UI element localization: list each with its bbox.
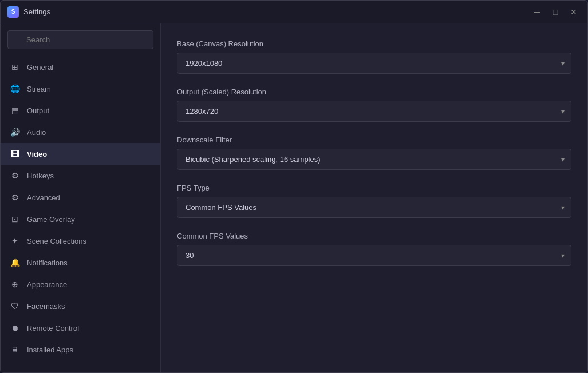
sidebar-item-installed-apps[interactable]: 🖥Installed Apps [1, 339, 160, 360]
setting-label-common-fps: Common FPS Values [177, 232, 571, 240]
setting-group-common-fps: Common FPS Values306024254850120▾ [177, 232, 571, 266]
facemasks-icon: 🛡 [10, 301, 20, 311]
select-fps-type[interactable]: Common FPS ValuesInteger FPS ValueFracti… [177, 197, 571, 218]
select-wrapper-base-resolution: 1920x10801280x7203840x21602560x1440▾ [177, 53, 571, 74]
sidebar-item-stream[interactable]: 🌐Stream [1, 78, 160, 100]
close-button[interactable]: ✕ [567, 5, 581, 19]
sidebar-label-installed-apps: Installed Apps [27, 346, 73, 354]
installed-apps-icon: 🖥 [10, 344, 20, 355]
video-icon: 🎞 [10, 149, 20, 159]
sidebar-item-appearance[interactable]: ⊕Appearance [1, 273, 160, 295]
sidebar-label-appearance: Appearance [27, 280, 67, 289]
search-input[interactable] [7, 30, 153, 49]
sidebar-label-stream: Stream [27, 85, 51, 93]
setting-label-base-resolution: Base (Canvas) Resolution [177, 39, 571, 48]
select-wrapper-output-resolution: 1280x7201920x1080854x480640x360▾ [177, 101, 571, 122]
sidebar: 🔍 ⊞General🌐Stream▤Output🔊Audio🎞Video⚙Hot… [1, 23, 161, 372]
sidebar-label-facemasks: Facemasks [27, 302, 65, 311]
app-icon: S [7, 6, 19, 18]
sidebar-item-general[interactable]: ⊞General [1, 56, 160, 78]
select-wrapper-fps-type: Common FPS ValuesInteger FPS ValueFracti… [177, 197, 571, 218]
stream-icon: 🌐 [10, 84, 20, 94]
sidebar-label-remote-control: Remote Control [27, 324, 79, 332]
game-overlay-icon: ⊡ [10, 214, 20, 224]
sidebar-item-facemasks[interactable]: 🛡Facemasks [1, 295, 160, 317]
sidebar-item-audio[interactable]: 🔊Audio [1, 121, 160, 143]
select-wrapper-common-fps: 306024254850120▾ [177, 245, 571, 266]
sidebar-label-advanced: Advanced [27, 193, 60, 202]
sidebar-label-hotkeys: Hotkeys [27, 172, 54, 180]
select-output-resolution[interactable]: 1280x7201920x1080854x480640x360 [177, 101, 571, 122]
sidebar-item-notifications[interactable]: 🔔Notifications [1, 252, 160, 273]
setting-group-output-resolution: Output (Scaled) Resolution1280x7201920x1… [177, 88, 571, 122]
minimize-button[interactable]: ─ [530, 5, 544, 19]
sidebar-item-advanced[interactable]: ⚙Advanced [1, 186, 160, 208]
sidebar-label-general: General [27, 63, 53, 72]
sidebar-label-scene-collections: Scene Collections [27, 237, 86, 245]
scene-collections-icon: ✦ [10, 236, 20, 246]
setting-group-downscale-filter: Downscale FilterBicubic (Sharpened scali… [177, 136, 571, 170]
maximize-button[interactable]: □ [548, 5, 562, 19]
sidebar-item-scene-collections[interactable]: ✦Scene Collections [1, 230, 160, 252]
setting-group-base-resolution: Base (Canvas) Resolution1920x10801280x72… [177, 39, 571, 74]
search-wrapper: 🔍 [7, 30, 153, 49]
main-content: Base (Canvas) Resolution1920x10801280x72… [161, 23, 587, 372]
sidebar-label-video: Video [27, 150, 47, 158]
select-common-fps[interactable]: 306024254850120 [177, 245, 571, 266]
setting-label-output-resolution: Output (Scaled) Resolution [177, 88, 571, 96]
content-area: 🔍 ⊞General🌐Stream▤Output🔊Audio🎞Video⚙Hot… [1, 23, 587, 372]
window-controls: ─ □ ✕ [530, 5, 581, 19]
nav-list: ⊞General🌐Stream▤Output🔊Audio🎞Video⚙Hotke… [1, 56, 160, 360]
sidebar-item-remote-control[interactable]: ⏺Remote Control [1, 317, 160, 339]
remote-control-icon: ⏺ [10, 323, 20, 333]
general-icon: ⊞ [10, 62, 20, 72]
window-title: Settings [23, 7, 530, 16]
setting-label-downscale-filter: Downscale Filter [177, 136, 571, 144]
sidebar-item-game-overlay[interactable]: ⊡Game Overlay [1, 208, 160, 230]
search-container: 🔍 [1, 30, 160, 56]
sidebar-label-notifications: Notifications [27, 259, 68, 267]
output-icon: ▤ [10, 105, 20, 116]
settings-list: Base (Canvas) Resolution1920x10801280x72… [177, 39, 571, 266]
sidebar-item-hotkeys[interactable]: ⚙Hotkeys [1, 165, 160, 186]
sidebar-item-video[interactable]: 🎞Video [1, 143, 160, 165]
notifications-icon: 🔔 [10, 257, 20, 268]
sidebar-label-game-overlay: Game Overlay [27, 215, 75, 224]
titlebar: S Settings ─ □ ✕ [1, 1, 587, 23]
sidebar-label-audio: Audio [27, 128, 46, 137]
settings-window: S Settings ─ □ ✕ 🔍 ⊞General🌐Stream▤Outpu… [0, 0, 588, 373]
advanced-icon: ⚙ [10, 192, 20, 203]
select-base-resolution[interactable]: 1920x10801280x7203840x21602560x1440 [177, 53, 571, 74]
hotkeys-icon: ⚙ [10, 170, 20, 181]
appearance-icon: ⊕ [10, 279, 20, 289]
setting-group-fps-type: FPS TypeCommon FPS ValuesInteger FPS Val… [177, 184, 571, 218]
sidebar-label-output: Output [27, 106, 49, 115]
select-downscale-filter[interactable]: Bicubic (Sharpened scaling, 16 samples)B… [177, 149, 571, 170]
audio-icon: 🔊 [10, 127, 20, 137]
setting-label-fps-type: FPS Type [177, 184, 571, 192]
sidebar-item-output[interactable]: ▤Output [1, 100, 160, 121]
select-wrapper-downscale-filter: Bicubic (Sharpened scaling, 16 samples)B… [177, 149, 571, 170]
